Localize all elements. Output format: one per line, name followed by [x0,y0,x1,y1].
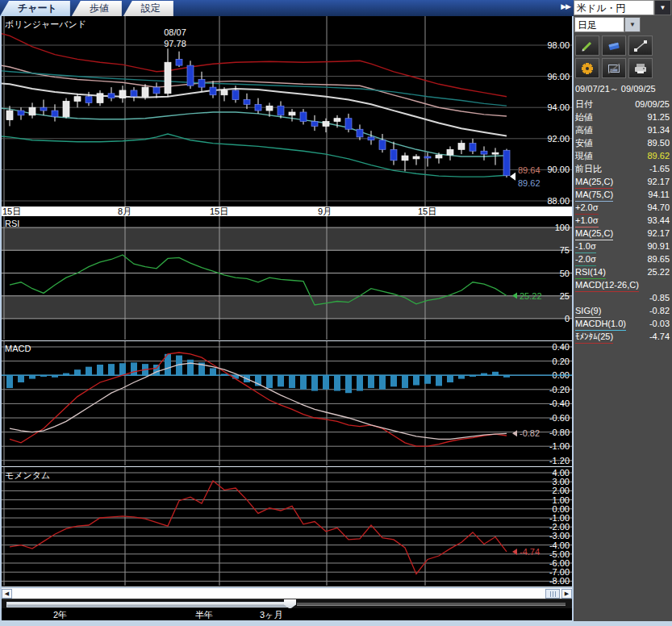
scrollbar-left-arrow-icon[interactable]: ◀ [2,589,12,599]
svg-text:-5.00: -5.00 [549,549,570,559]
chart-window-icon [607,62,621,75]
indicator-label: 現値 [575,150,593,163]
svg-text:-0.82: -0.82 [520,428,540,438]
printer-icon [633,62,648,75]
macd-title: MACD [5,344,31,353]
indicator-value: 25.22 [647,266,670,279]
svg-text:100: 100 [555,223,570,232]
print-button[interactable] [628,58,653,78]
horizontal-scrollbar[interactable]: ◀ ▶ [2,587,572,599]
svg-text:-1.00: -1.00 [549,513,570,523]
date-axis-label: 15日 [210,207,228,216]
svg-text:-0.20: -0.20 [549,385,570,394]
trendline-icon [633,40,648,52]
visible-date-range: 09/07/21～ 09/09/25 [575,83,671,95]
tab-overflow-icon[interactable]: ▶▶ [561,2,570,10]
svg-text:-0.40: -0.40 [549,399,570,408]
candlestick-panel: 98.0096.0094.0092.0090.0088.0008/0797.78… [2,16,572,207]
svg-text:-7.00: -7.00 [549,567,570,577]
rsi-chart: 100755025025.22 [2,216,572,340]
range-halfyear[interactable]: 半年 [195,609,213,621]
rsi-title: RSI [5,219,19,228]
range-2year[interactable]: 2年 [53,609,67,621]
indicator-row: 日付09/09/25 [575,98,670,111]
svg-text:75: 75 [560,245,570,255]
indicator-row: -0.85 [575,292,670,305]
eraser-button[interactable] [602,35,626,56]
indicator-row: -1.0σ90.91 [575,240,670,253]
scrollbar-right-arrow-icon[interactable]: ▶ [561,589,572,599]
indicator-value: 89.50 [647,137,670,150]
svg-text:94.00: 94.00 [547,102,570,112]
indicator-row: RSI(14)25.22 [575,266,670,279]
indicator-label: 高値 [575,124,593,137]
svg-text:0.20: 0.20 [553,357,570,366]
tab-chart[interactable]: チャート [0,1,70,16]
indicator-value: 93.44 [647,215,670,227]
svg-text:88.00: 88.00 [547,196,570,206]
settings-gear-button[interactable] [575,58,599,78]
svg-text:-1.00: -1.00 [549,441,570,451]
svg-text:98.00: 98.00 [547,40,570,50]
svg-text:0: 0 [565,314,570,323]
indicator-label: -2.0σ [575,253,596,266]
chart-window-button[interactable] [602,58,626,78]
currency-pair-select[interactable]: 米ドル・円 [574,0,654,15]
indicator-row: MACDH(1.0)-0.03 [575,318,670,331]
indicator-row: MA(75,C)94.11 [575,189,670,202]
scrollbar-thumb-grip[interactable] [545,589,560,599]
svg-text:4.00: 4.00 [553,468,570,478]
svg-text:-3.00: -3.00 [549,531,570,540]
bollinger-band-title: ボリンジャーバンド [5,19,86,31]
macd-chart: 0.400.200.00-0.20-0.40-0.60-0.80-1.00-1.… [2,341,572,465]
indicator-value: -1.65 [649,163,670,176]
indicator-value: -0.03 [649,318,670,331]
quote-data-rows: 日付09/09/25始値91.25高値91.34安値89.50現値89.62前日… [575,98,670,344]
svg-text:-4.74: -4.74 [520,547,540,557]
range-3month[interactable]: 3ヶ月 [260,609,282,621]
indicator-row: 現値89.62 [575,150,670,163]
indicator-value: 91.34 [647,124,670,137]
svg-text:0.00: 0.00 [553,504,570,514]
momentum-chart: 4.003.002.001.000.00-1.00-2.00-3.00-4.00… [2,467,572,586]
timeframe-select[interactable]: 日足 [574,17,624,32]
indicator-row: +1.0σ93.44 [575,215,670,227]
macd-panel: 0.400.200.00-0.20-0.40-0.60-0.80-1.00-1.… [2,341,572,467]
indicator-label: MA(75,C) [575,189,613,202]
indicator-value: 94.70 [647,202,670,215]
indicator-label: 日付 [575,98,593,111]
indicator-label: SIG(9) [575,305,601,318]
date-axis: 15日8月15日9月15日 [2,207,572,216]
period-slider-track[interactable] [297,603,566,606]
indicator-value: 09/09/25 [635,98,670,111]
tab-bar: チャート 歩値 設定 ▶▶ [0,0,574,16]
period-slider[interactable] [2,599,572,608]
indicator-label: MACD(12-26,C) [575,279,639,292]
date-axis-label: 8月 [118,207,131,216]
date-axis-label: 15日 [2,207,21,216]
tab-settings[interactable]: 設定 [123,1,173,16]
date-axis-label: 15日 [418,207,436,216]
momentum-title: モメンタム [5,470,50,482]
indicator-value: -4.74 [649,331,670,344]
svg-text:2.00: 2.00 [553,486,570,495]
currency-dropdown-arrow-icon[interactable]: ▼ [654,0,671,15]
tab-quotes[interactable]: 歩値 [72,1,122,16]
indicator-row: MA(25,C)92.17 [575,176,670,189]
draw-pencil-button[interactable] [575,35,599,56]
trendline-button[interactable] [628,35,653,56]
eraser-icon [607,40,621,52]
indicator-value: 92.17 [647,176,670,189]
indicator-label: 始値 [575,111,593,124]
indicator-row: MACD(12-26,C) [575,279,670,292]
svg-text:-0.60: -0.60 [549,413,570,423]
indicator-value: 92.17 [647,227,670,240]
indicator-label: ﾓﾒﾝﾀﾑ(25) [575,331,613,344]
svg-text:08/07: 08/07 [164,27,186,37]
indicator-value: 94.11 [648,189,670,202]
svg-text:25.22: 25.22 [520,291,542,301]
timeframe-dropdown-arrow-icon[interactable]: ▼ [624,17,641,32]
indicator-value: 91.25 [647,111,670,124]
indicator-row: -2.0σ89.65 [575,253,670,266]
indicator-row: 前日比-1.65 [575,163,670,176]
